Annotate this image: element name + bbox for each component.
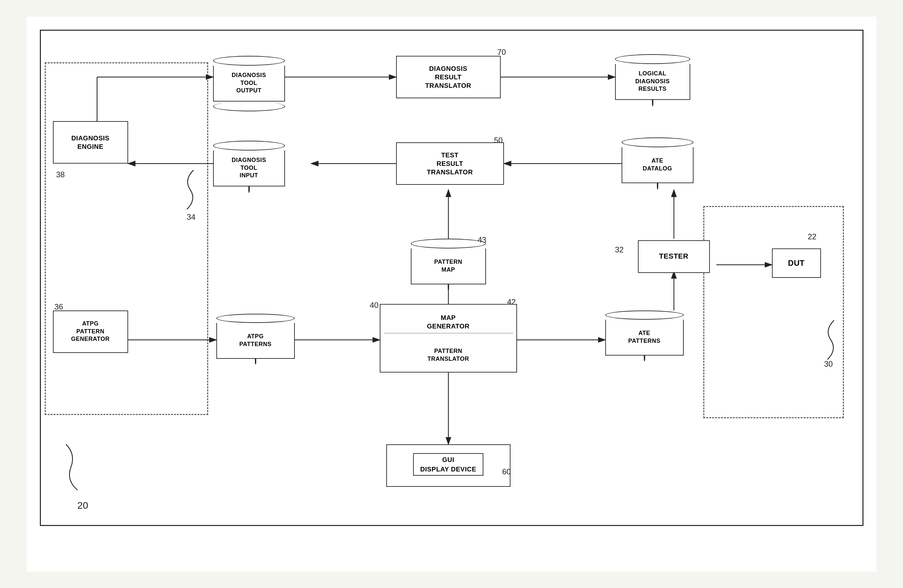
map-generator-pattern-translator: MAP GENERATOR PATTERN TRANSLATOR [380,304,517,373]
diagnosis-engine: DIAGNOSIS ENGINE [53,121,128,163]
map-generator-label: MAP GENERATOR [427,314,469,330]
system-30-border [703,206,844,418]
test-result-translator: TEST RESULT TRANSLATOR [396,142,504,185]
label-70: 70 [497,48,506,57]
label-22: 22 [808,232,817,241]
tester: TESTER [638,240,710,273]
diagram-page: DIAGNOSIS TOOL OUTPUT DIAGNOSIS RESULT T… [27,17,876,572]
gui-inner-label: GUI DISPLAY DEVICE [420,456,477,473]
label-43: 43 [478,235,487,245]
atpg-pattern-generator: ATPG PATTERN GENERATOR [53,310,128,353]
diagnosis-tool-output: DIAGNOSIS TOOL OUTPUT [213,56,285,111]
diagnosis-result-translator: DIAGNOSIS RESULT TRANSLATOR [396,56,501,98]
pattern-translator-label: PATTERN TRANSLATOR [428,348,469,362]
ate-datalog: ATE DATALOG [621,138,694,190]
atpg-patterns: ATPG PATTERNS [216,314,295,365]
logical-diagnosis-results: LOGICAL DIAGNOSIS RESULTS [615,54,690,107]
label-38: 38 [56,170,65,179]
diagnosis-tool-input: DIAGNOSIS TOOL INPUT [213,141,285,193]
gui-display-device: GUI DISPLAY DEVICE [386,444,510,487]
label-36: 36 [55,302,63,312]
system-20-border [45,62,208,415]
label-30: 30 [824,359,833,368]
label-60: 60 [502,467,511,476]
ate-patterns: ATE PATTERNS [605,310,684,361]
label-34: 34 [187,213,196,222]
dut: DUT [772,248,821,278]
label-32: 32 [615,245,624,254]
pattern-map: PATTERN MAP [411,239,486,291]
label-40: 40 [370,301,379,310]
label-50: 50 [494,136,503,145]
label-20: 20 [77,500,88,511]
label-42: 42 [507,298,516,307]
